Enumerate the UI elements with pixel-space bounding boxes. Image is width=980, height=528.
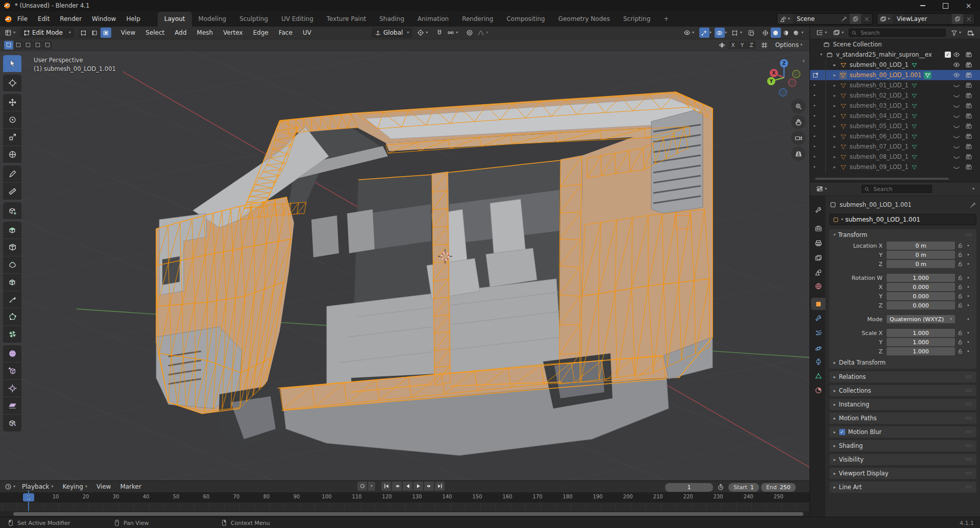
blender-menu-icon[interactable] xyxy=(5,15,12,23)
viewport-menu-edge[interactable]: Edge xyxy=(248,27,274,39)
lock-open-icon[interactable] xyxy=(957,330,963,336)
visibility-dropdown[interactable] xyxy=(681,28,696,38)
play-button[interactable] xyxy=(413,482,423,491)
outliner-row-submesh_09_LOD_1[interactable]: submesh_09_LOD_1 xyxy=(810,162,980,172)
select-mode-intersect-button[interactable] xyxy=(43,41,52,50)
lock-open-icon[interactable] xyxy=(957,243,963,249)
animate-dot[interactable] xyxy=(965,340,971,345)
lock-open-icon[interactable] xyxy=(957,275,963,281)
outliner-row-submesh_02_LOD_1[interactable]: submesh_02_LOD_1 xyxy=(810,90,980,101)
animate-dot[interactable] xyxy=(965,294,971,299)
xray-settings[interactable] xyxy=(730,28,740,38)
copy-viewlayer-button[interactable] xyxy=(952,14,963,24)
tool-rip-region[interactable] xyxy=(3,415,21,431)
ortho-toggle-button[interactable] xyxy=(791,147,805,161)
grid-snap-icon[interactable] xyxy=(761,41,768,49)
camera-visibility-icon[interactable] xyxy=(965,102,972,109)
options-dropdown[interactable]: Options xyxy=(773,40,804,50)
timeline-menu-view[interactable]: View xyxy=(92,483,115,490)
value-field[interactable]: 1.000 xyxy=(887,347,955,355)
workspace-tab-shading[interactable]: Shading xyxy=(373,12,411,27)
value-field[interactable]: 1.000 xyxy=(887,329,955,337)
jump-to-end-button[interactable] xyxy=(435,482,445,491)
object-name-field[interactable]: submesh_00_LOD_1.001 xyxy=(829,214,976,225)
lock-open-icon[interactable] xyxy=(957,284,963,290)
workspace-tab-texture-paint[interactable]: Texture Paint xyxy=(320,12,373,27)
show-overlays-toggle[interactable] xyxy=(715,28,725,38)
camera-visibility-icon[interactable] xyxy=(965,51,972,58)
viewport-menu-add[interactable]: Add xyxy=(169,27,191,39)
jump-to-next-keyframe-button[interactable] xyxy=(424,482,434,491)
outliner-row-submesh_00_LOD_1[interactable]: submesh_00_LOD_1 xyxy=(810,60,980,70)
properties-tab-constraints[interactable] xyxy=(812,355,824,368)
outliner-display-mode[interactable] xyxy=(814,28,829,38)
section-relations[interactable]: Relations xyxy=(829,371,976,382)
editor-type-button[interactable] xyxy=(3,28,17,38)
properties-tab-material[interactable] xyxy=(812,384,824,396)
tool-transform[interactable] xyxy=(3,146,21,163)
properties-options-button[interactable] xyxy=(970,184,976,194)
menu-window[interactable]: Window xyxy=(87,12,121,27)
properties-tab-view-layer[interactable] xyxy=(812,252,824,264)
shading-rendered-button[interactable] xyxy=(791,28,801,38)
tool-add-cube[interactable] xyxy=(3,202,21,219)
tool-shrink-fatten[interactable] xyxy=(3,380,21,397)
properties-tab-scene[interactable] xyxy=(812,266,824,278)
animate-dot[interactable] xyxy=(965,284,971,290)
viewlayer-selector[interactable]: ViewLayer xyxy=(877,13,975,25)
tool-loop-cut[interactable] xyxy=(3,274,21,291)
value-field[interactable]: 0.000 xyxy=(887,283,955,291)
section-shading[interactable]: Shading xyxy=(829,440,976,451)
auto-keying-dropdown[interactable] xyxy=(368,482,375,491)
snap-settings-dropdown[interactable] xyxy=(445,28,460,38)
properties-tab-output[interactable] xyxy=(812,237,824,249)
tool-measure[interactable] xyxy=(3,183,21,200)
outliner-filter-mode[interactable] xyxy=(831,28,846,38)
stopwatch-button[interactable] xyxy=(715,482,726,492)
tool-knife[interactable] xyxy=(3,291,21,308)
camera-visibility-icon[interactable] xyxy=(965,153,972,160)
zoom-button[interactable] xyxy=(791,99,805,113)
animate-dot[interactable] xyxy=(965,317,971,322)
outliner-row-submesh_00_LOD_1.001[interactable]: submesh_00_LOD_1.001 xyxy=(810,70,980,80)
tool-poly-build[interactable] xyxy=(3,308,21,325)
camera-visibility-icon[interactable] xyxy=(965,143,972,150)
auto-keying-button[interactable] xyxy=(357,482,367,491)
section-motion-blur[interactable]: Motion Blur xyxy=(829,426,976,438)
properties-search-input[interactable] xyxy=(872,185,929,193)
workspace-tab-modeling[interactable]: Modeling xyxy=(192,12,233,27)
timeline-menu-playback[interactable]: Playback xyxy=(17,483,58,490)
section-line-art[interactable]: Line Art xyxy=(829,482,976,493)
viewport-menu-select[interactable]: Select xyxy=(140,27,169,39)
viewport-3d[interactable]: User Perspective (1) submesh_00_LOD_1.00… xyxy=(0,51,810,481)
new-collection-button[interactable] xyxy=(965,28,976,38)
tool-shear[interactable] xyxy=(3,397,21,414)
pin-icon[interactable] xyxy=(970,202,976,208)
proportional-toggle[interactable] xyxy=(464,28,475,38)
eye-closed-icon[interactable] xyxy=(953,82,960,89)
viewlayer-name[interactable]: ViewLayer xyxy=(893,15,952,22)
jump-to-start-button[interactable] xyxy=(381,482,391,491)
outliner-search-input[interactable] xyxy=(860,29,943,37)
tool-spin[interactable] xyxy=(3,326,21,343)
outliner-row-collection[interactable]: v_standard25_mahir_supron__ext01_b xyxy=(810,50,980,60)
value-field[interactable]: 0.000 xyxy=(887,292,955,300)
section-visibility[interactable]: Visibility xyxy=(829,454,976,465)
viewport-menu-view[interactable]: View xyxy=(116,27,140,39)
delete-viewlayer-button[interactable] xyxy=(963,14,974,24)
camera-visibility-icon[interactable] xyxy=(965,71,972,79)
pan-button[interactable] xyxy=(791,115,805,129)
outliner-filter-button[interactable] xyxy=(949,28,963,38)
mirror-x-toggle[interactable]: X xyxy=(729,41,738,49)
pivot-dropdown[interactable] xyxy=(415,28,430,38)
scene-name[interactable]: Scene xyxy=(793,15,839,22)
tool-extrude-region[interactable] xyxy=(3,222,21,238)
eye-open-icon[interactable] xyxy=(953,51,960,58)
properties-tab-particles[interactable] xyxy=(812,327,824,339)
menu-render[interactable]: Render xyxy=(55,12,87,27)
mirror-y-toggle[interactable]: Y xyxy=(738,41,747,49)
shading-material-button[interactable] xyxy=(781,28,791,38)
section-viewport-display[interactable]: Viewport Display xyxy=(829,468,976,479)
shading-dropdown[interactable] xyxy=(801,31,803,35)
eye-closed-icon[interactable] xyxy=(953,163,960,171)
